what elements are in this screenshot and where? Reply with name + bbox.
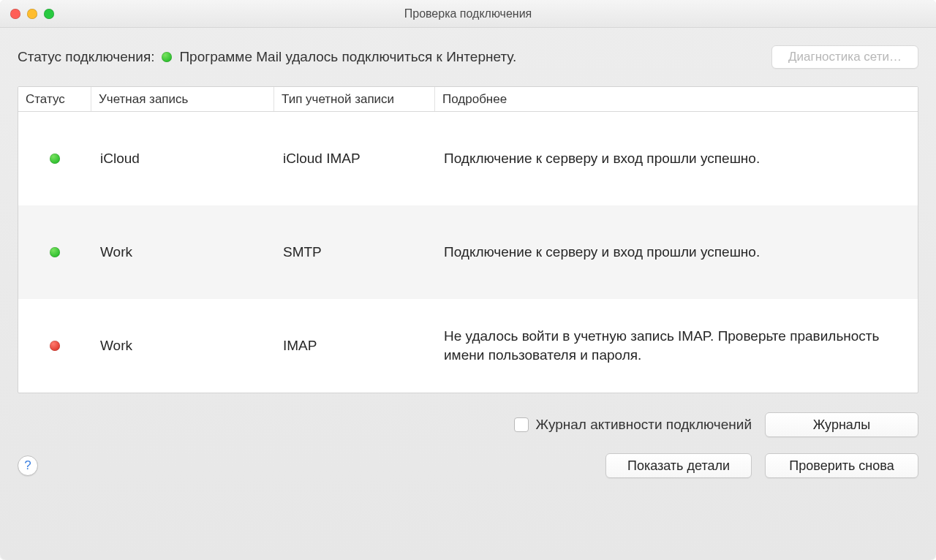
row-status-cell <box>18 154 91 164</box>
table-body: iCloud iCloud IMAP Подключение к серверу… <box>18 112 918 393</box>
activity-log-checkbox-wrap[interactable]: Журнал активности подключений <box>514 417 752 433</box>
row-status-cell <box>18 341 91 351</box>
table-header: Статус Учетная запись Тип учетной записи… <box>18 87 918 112</box>
activity-log-checkbox[interactable] <box>514 417 529 432</box>
status-dot-icon <box>50 247 60 257</box>
window-title: Проверка подключения <box>0 7 936 20</box>
connection-doctor-window: Проверка подключения Статус подключения:… <box>0 0 936 560</box>
close-icon[interactable] <box>10 9 20 19</box>
row-account-cell: Work <box>91 338 274 354</box>
header-status[interactable]: Статус <box>18 87 91 111</box>
row-type-cell: IMAP <box>274 338 435 354</box>
row-detail-cell: Подключение к серверу и вход прошли успе… <box>435 243 918 262</box>
connection-status-label: Статус подключения: <box>18 49 154 65</box>
row-detail-cell: Подключение к серверу и вход прошли успе… <box>435 149 918 168</box>
table-row[interactable]: iCloud iCloud IMAP Подключение к серверу… <box>18 112 918 205</box>
header-type[interactable]: Тип учетной записи <box>274 87 435 111</box>
footer-row-2: ? Показать детали Проверить снова <box>18 453 918 478</box>
zoom-icon[interactable] <box>44 9 54 19</box>
table-row[interactable]: Work IMAP Не удалось войти в учетную зап… <box>18 299 918 393</box>
window-controls <box>10 9 54 19</box>
footer-row-1: Журнал активности подключений Журналы <box>18 412 918 437</box>
check-again-button[interactable]: Проверить снова <box>765 453 918 478</box>
content-area: Статус подключения: Программе Mail удало… <box>0 28 936 560</box>
status-indicator-icon <box>162 52 172 62</box>
header-detail[interactable]: Подробнее <box>435 87 918 111</box>
help-icon[interactable]: ? <box>18 455 38 476</box>
connection-status-row: Статус подключения: Программе Mail удало… <box>18 45 918 69</box>
show-details-button[interactable]: Показать детали <box>605 453 752 478</box>
header-account[interactable]: Учетная запись <box>91 87 274 111</box>
row-account-cell: iCloud <box>91 151 274 167</box>
row-type-cell: SMTP <box>274 244 435 260</box>
connection-status-message: Программе Mail удалось подключиться к Ин… <box>179 49 516 65</box>
row-status-cell <box>18 247 91 257</box>
activity-log-label: Журнал активности подключений <box>536 417 752 433</box>
network-diagnostics-button[interactable]: Диагностика сети… <box>771 45 918 69</box>
logs-button[interactable]: Журналы <box>765 412 918 437</box>
row-type-cell: iCloud IMAP <box>274 151 435 167</box>
status-dot-icon <box>50 154 60 164</box>
row-detail-cell: Не удалось войти в учетную запись IMAP. … <box>435 327 918 364</box>
accounts-table: Статус Учетная запись Тип учетной записи… <box>18 86 918 393</box>
titlebar: Проверка подключения <box>0 0 936 28</box>
minimize-icon[interactable] <box>27 9 37 19</box>
row-account-cell: Work <box>91 244 274 260</box>
table-row[interactable]: Work SMTP Подключение к серверу и вход п… <box>18 205 918 299</box>
status-dot-icon <box>50 341 60 351</box>
